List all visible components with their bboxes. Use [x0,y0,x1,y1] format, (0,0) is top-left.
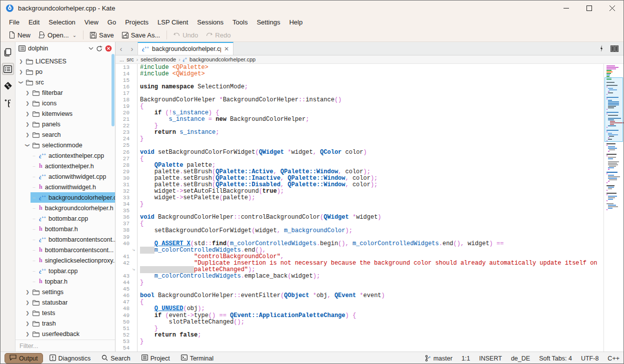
code-line[interactable]: 40 Q_ASSERT_X(std::find(m_colorControlle… [116,240,604,247]
save-button[interactable]: Save [86,30,118,40]
redo-button[interactable]: Redo [202,30,234,40]
code-line[interactable]: 25 [116,142,604,149]
line-number[interactable]: 54 [116,345,132,351]
dictionary[interactable]: de_DE [511,355,530,362]
line-number[interactable]: 20 [116,110,132,116]
line-number[interactable]: 17 [116,90,132,96]
code-line[interactable]: 55BackgroundColorHelper::BackgroundColor… [116,351,604,352]
code-line[interactable]: 17 [116,90,604,96]
code-line[interactable]: ⤷ m_colorControlledWidgets.end(), [116,247,604,253]
breadcrumb-file[interactable]: backgroundcolorhelper.cpp [190,56,256,62]
code-line[interactable]: 39 [116,234,604,240]
tree-scrollbar[interactable] [112,54,114,126]
minimize-button[interactable] [554,0,578,15]
code-line[interactable]: 20 if (!s_instance) { [116,110,604,116]
open-button[interactable]: Open... ⌄ [34,30,80,40]
tree-folder-settings[interactable]: ❯settings [16,287,115,297]
project-selector[interactable]: dolphin [28,45,48,52]
code-line[interactable]: 19{ [116,103,604,109]
code-line[interactable]: 46bool BackgroundColorHelper::eventFilte… [116,293,604,299]
expander-collapsed-icon[interactable]: ❯ [25,122,30,127]
menu-file[interactable]: File [4,17,24,27]
line-number[interactable]: 25 [116,142,132,148]
tree-file-actiontexthelper-h[interactable]: –hactiontexthelper.h [16,161,115,171]
line-number[interactable]: 22 [116,123,132,129]
code-line[interactable]: 42 "Duplicate insertion is not necessary… [116,260,604,266]
split-view-icon[interactable] [610,45,618,52]
code-line[interactable]: 45 [116,286,604,293]
line-number[interactable]: 39 [116,234,132,240]
syntax-mode[interactable]: C++ [608,355,620,362]
line-number[interactable]: 31 [116,182,132,188]
breadcrumb-overflow[interactable]: ... [120,56,124,62]
code-line[interactable]: 54 [116,345,604,351]
code-line[interactable]: 15 [116,77,604,83]
menu-projects[interactable]: Projects [120,17,153,27]
code-line[interactable]: 53} [116,338,604,345]
expander-collapsed-icon[interactable]: ❯ [25,290,30,295]
code-line[interactable]: 34} [116,201,604,208]
tree-file-backgroundcolorhelper-h[interactable]: –hbackgroundcolorhelper.h [16,203,115,213]
line-number[interactable]: 50 [116,319,132,325]
line-number[interactable]: 35 [116,208,132,214]
code-line[interactable]: 33 widget->setPalette(palette); [116,195,604,201]
line-number[interactable]: 15 [116,77,132,83]
code-line[interactable]: 38 setBackgroundColorForWidget(widget, m… [116,227,604,234]
symbols-sidebar-button[interactable] [2,97,14,109]
menu-lsp-client[interactable]: LSP Client [153,17,192,27]
tree-file-bottombarcontentscont-[interactable]: –ċ++bottombarcontentscont... [16,234,115,245]
line-number[interactable]: 43 [116,273,132,279]
tab-backgroundcolorhelper[interactable]: ċ++ backgroundcolorhelper.cpp ✕ [138,42,234,55]
new-button[interactable]: New [4,30,34,40]
line-number[interactable]: 26 [116,149,132,155]
tab-close-icon[interactable]: ✕ [224,45,229,52]
line-number[interactable]: 16 [116,84,132,90]
git-branch-indicator[interactable]: master [425,355,452,362]
menu-edit[interactable]: Edit [24,17,44,27]
line-number[interactable]: 36 [116,214,132,220]
code-line[interactable]: 41 "controlBackgroundColor", [116,253,604,260]
project-filter[interactable]: Filter... [16,340,115,352]
line-number[interactable]: 40 [116,241,132,247]
line-number[interactable]: 23 [116,129,132,135]
line-number[interactable]: 45 [116,286,132,292]
code-line[interactable]: 44} [116,280,604,286]
tree-file-topbar-cpp[interactable]: –ċ++topbar.cpp [16,266,115,276]
code-line[interactable]: 51 } [116,325,604,332]
tree-folder-po[interactable]: ❯po [16,66,115,77]
code-line[interactable]: 43 m_colorControlledWidgets.emplace_back… [116,273,604,280]
code-line[interactable]: 16using namespace SelectionMode; [116,83,604,90]
code-line[interactable]: 30 palette.setBrush(QPalette::Inactive, … [116,175,604,181]
code-line[interactable]: 13#include <QPalette> [116,64,604,70]
refresh-icon[interactable] [96,45,102,52]
line-number[interactable]: 51 [116,326,132,332]
breadcrumb-selectionmode[interactable]: selectionmode [140,56,176,62]
expander-collapsed-icon[interactable]: ❯ [25,300,30,305]
code-line[interactable]: 31 palette.setBrush(QPalette::Disabled, … [116,181,604,188]
undo-button[interactable]: Undo [170,30,202,40]
tree-file-bottombar-h[interactable]: –hbottombar.h [16,224,115,234]
tree-folder-icons[interactable]: ❯icons [16,98,115,108]
tree-file-singleclickselectionproxy-[interactable]: –hsingleclickselectionproxy... [16,255,115,266]
expander-expanded-icon[interactable]: ❯ [18,80,24,85]
line-number[interactable]: 21 [116,116,132,122]
line-number[interactable]: 42 [116,260,132,266]
tree-folder-userfeedback[interactable]: ❯userfeedback [16,329,115,339]
code-line[interactable]: 50 slotPaletteChanged(); [116,319,604,325]
line-number[interactable]: 53 [116,339,132,345]
expander-collapsed-icon[interactable]: ❯ [25,132,30,137]
menu-tools[interactable]: Tools [228,17,252,27]
menu-view[interactable]: View [80,17,103,27]
code-line[interactable]: 23 return s_instance; [116,129,604,136]
code-line[interactable]: 48 Q_UNUSED(obj); [116,306,604,312]
expander-collapsed-icon[interactable]: ❯ [25,311,30,316]
line-number[interactable]: 34 [116,201,132,207]
menu-selection[interactable]: Selection [44,17,80,27]
tree-folder-src[interactable]: ❯src [16,77,115,87]
line-number[interactable]: 49 [116,313,132,319]
line-number[interactable]: 41 [116,254,132,260]
code-line[interactable]: 47{ [116,299,604,306]
expander-collapsed-icon[interactable]: ❯ [25,332,30,337]
code-line[interactable]: 49 if (event->type() == QEvent::Applicat… [116,312,604,319]
code-line[interactable]: 27{ [116,155,604,162]
